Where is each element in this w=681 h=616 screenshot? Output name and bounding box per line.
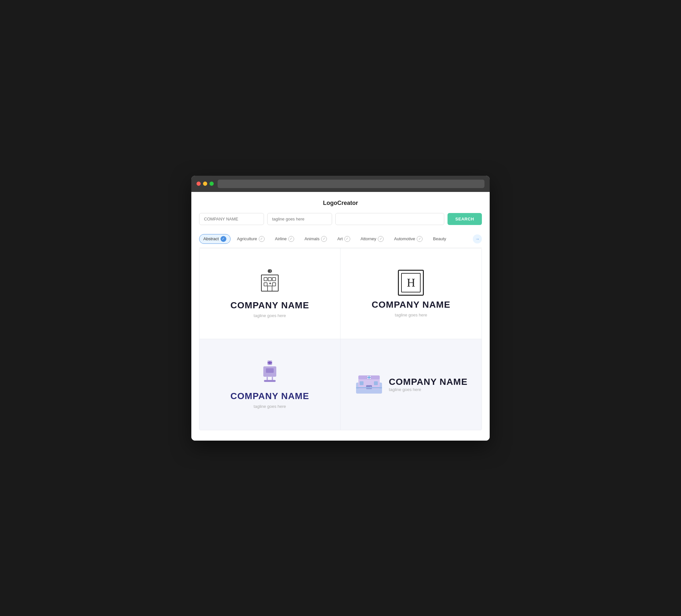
svg-rect-8	[272, 283, 276, 286]
logo-content-1: COMPANY NAME tagline goes here	[231, 269, 309, 318]
filter-label: Automotive	[394, 236, 415, 241]
check-icon-attorney: ✓	[378, 236, 384, 242]
company-name-1: COMPANY NAME	[231, 300, 309, 311]
svg-rect-4	[264, 278, 267, 281]
traffic-light-yellow[interactable]	[203, 182, 207, 186]
filter-chip-abstract[interactable]: Abstract ✓	[199, 234, 231, 244]
logo-card-3[interactable]: COMPANY NAME tagline goes here	[199, 339, 340, 430]
svg-rect-15	[268, 362, 272, 363]
tagline-3: tagline goes here	[254, 404, 286, 409]
check-icon-airline: ✓	[288, 236, 294, 242]
logo-card-4[interactable]: COMPANY NAME tagline goes here	[340, 339, 482, 430]
check-icon-agriculture: ✓	[259, 236, 264, 242]
filter-label: Art	[337, 236, 343, 241]
filter-label: Attorney	[361, 236, 376, 241]
search-button[interactable]: SEARCH	[448, 213, 482, 225]
logo-icon-hospital-outline	[257, 269, 283, 296]
tagline-4: tagline goes here	[389, 387, 468, 392]
svg-rect-33	[356, 387, 382, 388]
h-box-inner: H	[401, 273, 421, 292]
traffic-lights	[197, 182, 214, 186]
svg-rect-5	[268, 278, 272, 281]
domain-input[interactable]	[335, 213, 444, 225]
svg-rect-30	[374, 381, 378, 385]
filter-chip-automotive[interactable]: Automotive ✓	[390, 234, 426, 243]
svg-rect-2	[269, 270, 270, 272]
app-title: LogoCreator	[199, 200, 482, 207]
filter-next-arrow[interactable]: →	[473, 234, 482, 243]
filter-label: Animals	[304, 236, 320, 241]
svg-rect-18	[266, 368, 274, 373]
filter-label: Beauty	[433, 236, 446, 241]
logo-content-2: H COMPANY NAME tagline goes here	[372, 270, 450, 317]
check-icon-animals: ✓	[321, 236, 327, 242]
traffic-light-red[interactable]	[197, 182, 201, 186]
company-name-4: COMPANY NAME	[389, 377, 468, 387]
address-bar[interactable]	[218, 180, 484, 188]
filter-label: Airline	[275, 236, 287, 241]
search-bar: SEARCH	[199, 213, 482, 225]
filter-label: Abstract	[203, 236, 219, 241]
logo-text-4: COMPANY NAME tagline goes here	[389, 377, 468, 392]
svg-rect-29	[360, 381, 363, 385]
svg-rect-21	[264, 380, 276, 382]
filter-chip-beauty[interactable]: Beauty	[429, 235, 450, 243]
filter-chip-animals[interactable]: Animals ✓	[301, 234, 331, 243]
company-name-input[interactable]	[199, 213, 264, 225]
logo-icon-clinic-colored	[354, 370, 384, 397]
filter-chip-agriculture[interactable]: Agriculture ✓	[233, 234, 269, 243]
h-box-outer: H	[398, 270, 424, 296]
logo-grid: COMPANY NAME tagline goes here H COMPANY…	[199, 248, 482, 430]
logo-card-1[interactable]: COMPANY NAME tagline goes here	[199, 248, 340, 339]
company-name-2: COMPANY NAME	[372, 300, 450, 310]
filter-chip-art[interactable]: Art ✓	[333, 234, 354, 243]
logo-icon-hospital-colored	[257, 360, 283, 387]
logo-content-4: COMPANY NAME tagline goes here	[354, 370, 468, 399]
check-icon-automotive: ✓	[417, 236, 423, 242]
svg-rect-6	[272, 278, 276, 281]
svg-rect-7	[264, 283, 267, 286]
logo-icon-h-box: H	[398, 270, 424, 296]
logo-card-2[interactable]: H COMPANY NAME tagline goes here	[340, 248, 482, 339]
filter-chip-attorney[interactable]: Attorney ✓	[357, 234, 387, 243]
browser-chrome	[191, 176, 490, 192]
filter-label: Agriculture	[237, 236, 257, 241]
company-name-3: COMPANY NAME	[231, 391, 309, 401]
logo-content-3: COMPANY NAME tagline goes here	[231, 360, 309, 409]
check-icon-art: ✓	[345, 236, 350, 242]
app-content: LogoCreator SEARCH Abstract ✓ Agricultur…	[191, 192, 490, 441]
filter-chip-airline[interactable]: Airline ✓	[271, 234, 298, 243]
check-icon-abstract: ✓	[221, 236, 226, 242]
filter-bar: Abstract ✓ Agriculture ✓ Airline ✓ Anima…	[199, 231, 482, 248]
browser-window: LogoCreator SEARCH Abstract ✓ Agricultur…	[191, 176, 490, 441]
tagline-1: tagline goes here	[254, 313, 286, 318]
tagline-2: tagline goes here	[395, 312, 427, 317]
tagline-input[interactable]	[267, 213, 332, 225]
svg-rect-9	[268, 286, 272, 291]
traffic-light-green[interactable]	[209, 182, 214, 186]
